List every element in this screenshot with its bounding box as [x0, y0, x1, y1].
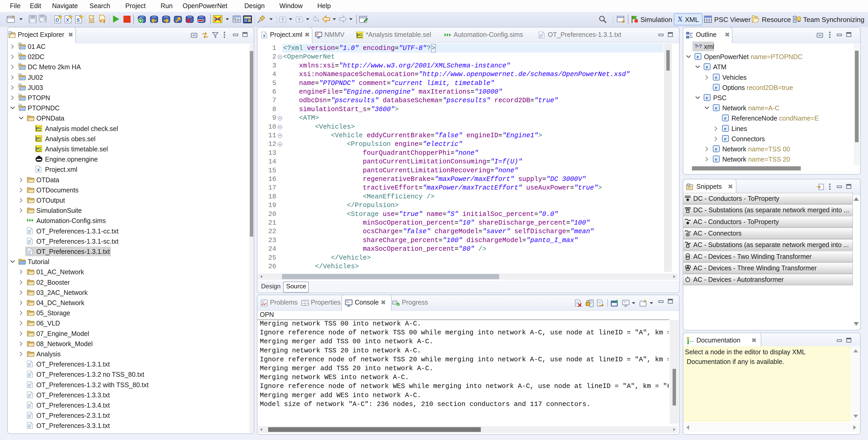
svg-text:e: e [706, 95, 708, 100]
svg-text:e: e [706, 64, 708, 70]
svg-text:e: e [715, 146, 717, 151]
svg-text:e: e [724, 136, 726, 141]
svg-text:X: X [66, 17, 69, 23]
svg-text:e: e [724, 126, 726, 131]
svg-text:?: ? [694, 43, 698, 49]
svg-text:?: ? [699, 43, 702, 49]
svg-text:e: e [715, 105, 717, 110]
svg-text:e: e [715, 157, 717, 162]
svg-text:e: e [715, 85, 717, 90]
svg-text:e: e [696, 54, 699, 59]
svg-text:S: S [76, 17, 80, 23]
svg-text:e: e [724, 115, 726, 121]
svg-text:D: D [56, 17, 59, 23]
svg-text:X: X [37, 168, 40, 172]
svg-text:e: e [715, 75, 717, 80]
svg-text:X: X [263, 33, 266, 38]
